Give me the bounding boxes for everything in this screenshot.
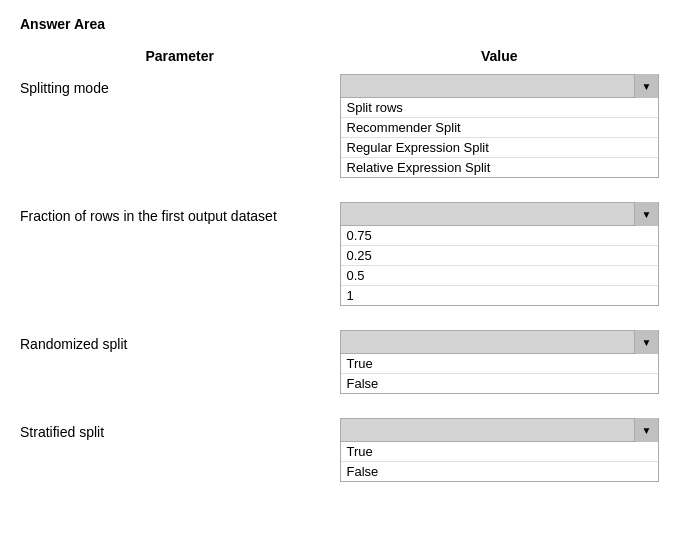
splitting-mode-option-3[interactable]: Relative Expression Split [341,158,659,177]
fraction-rows-option-2[interactable]: 0.5 [341,266,659,286]
fraction-rows-label: Fraction of rows in the first output dat… [20,202,340,224]
fraction-rows-option-0[interactable]: 0.75 [341,226,659,246]
stratified-split-option-0[interactable]: True [341,442,659,462]
splitting-mode-row: Splitting mode Split rows Recommender Sp… [20,74,659,178]
stratified-split-options: True False [340,442,660,482]
parameter-column-header: Parameter [20,48,340,64]
fraction-rows-option-1[interactable]: 0.25 [341,246,659,266]
splitting-mode-arrow[interactable] [634,74,658,98]
value-column-header: Value [340,48,660,64]
splitting-mode-dropdown-header[interactable] [340,74,660,98]
stratified-split-label: Stratified split [20,418,340,440]
randomized-split-options: True False [340,354,660,394]
fraction-rows-options: 0.75 0.25 0.5 1 [340,226,660,306]
stratified-split-dropdown-header[interactable] [340,418,660,442]
stratified-split-arrow[interactable] [634,418,658,442]
fraction-rows-option-3[interactable]: 1 [341,286,659,305]
fraction-rows-dropdown-header[interactable] [340,202,660,226]
stratified-split-value: True False [340,418,660,482]
randomized-split-arrow[interactable] [634,330,658,354]
splitting-mode-option-1[interactable]: Recommender Split [341,118,659,138]
table-header: Parameter Value [20,48,659,64]
parameter-table: Parameter Value Splitting mode Split row… [20,48,659,482]
fraction-rows-value: 0.75 0.25 0.5 1 [340,202,660,306]
answer-area-title: Answer Area [20,16,659,32]
stratified-split-row: Stratified split True False [20,418,659,482]
splitting-mode-value: Split rows Recommender Split Regular Exp… [340,74,660,178]
randomized-split-row: Randomized split True False [20,330,659,394]
randomized-split-option-0[interactable]: True [341,354,659,374]
randomized-split-value: True False [340,330,660,394]
splitting-mode-option-0[interactable]: Split rows [341,98,659,118]
randomized-split-dropdown-header[interactable] [340,330,660,354]
randomized-split-option-1[interactable]: False [341,374,659,393]
splitting-mode-option-2[interactable]: Regular Expression Split [341,138,659,158]
randomized-split-label: Randomized split [20,330,340,352]
fraction-rows-row: Fraction of rows in the first output dat… [20,202,659,306]
fraction-rows-arrow[interactable] [634,202,658,226]
stratified-split-option-1[interactable]: False [341,462,659,481]
splitting-mode-label: Splitting mode [20,74,340,96]
splitting-mode-options: Split rows Recommender Split Regular Exp… [340,98,660,178]
